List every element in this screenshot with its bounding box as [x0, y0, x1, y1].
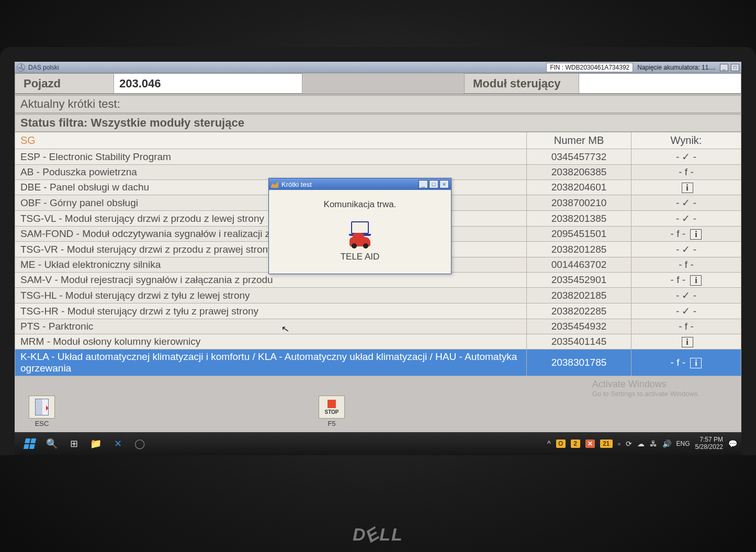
cell-result: - ✓ -	[631, 211, 741, 227]
mercedes-logo-icon	[17, 63, 25, 72]
tray-volume-icon[interactable]: 🔊	[662, 440, 671, 448]
info-icon[interactable]: i	[690, 275, 702, 286]
table-row[interactable]: K-KLA - Układ automatycznej klimatyzacji…	[15, 350, 741, 376]
search-icon[interactable]: 🔍	[41, 435, 63, 453]
app-title: DAS polski	[28, 64, 59, 71]
cell-sg: TSG-HL - Moduł sterujący drzwi z tyłu z …	[15, 288, 527, 303]
tray-x-icon[interactable]: ✕	[585, 440, 595, 448]
vehicle-value: 203.046	[114, 73, 302, 94]
cell-mb: 2035454932	[527, 319, 631, 334]
laptop-icon	[351, 221, 369, 234]
dell-brand-logo: DELL	[353, 524, 403, 545]
cell-mb: 2035401145	[527, 334, 631, 350]
cell-sg: K-KLA - Układ automatycznej klimatyzacji…	[15, 350, 527, 376]
cell-sg: MRM - Moduł osłony kolumny kierownicy	[15, 334, 527, 350]
info-icon[interactable]: i	[682, 337, 693, 347]
exit-icon	[35, 399, 49, 415]
info-icon[interactable]: i	[690, 229, 702, 240]
tray-network-icon[interactable]: 🖧	[650, 440, 657, 448]
cell-mb: 0345457732	[527, 149, 631, 165]
short-test-popup: Krótki test _ □ × Komunikacja trwa. TELE…	[268, 178, 452, 274]
cell-result: - f - i	[631, 350, 741, 376]
tray-number-21-icon[interactable]: 21	[600, 440, 613, 448]
table-row[interactable]: ESP - Electronic Stability Program034545…	[15, 149, 741, 165]
window-buttons: _ □	[719, 63, 739, 71]
tray-badge-icon[interactable]: O	[556, 440, 566, 448]
tray-clock[interactable]: 7:57 PM 5/28/2022	[695, 436, 723, 451]
module-label: Moduł sterujący	[464, 73, 579, 94]
filter-status: Status filtra: Wszystkie moduły sterując…	[15, 114, 741, 132]
stop-icon	[328, 400, 336, 408]
cell-result: - ✓ -	[631, 242, 741, 257]
minimize-button[interactable]: _	[720, 64, 728, 71]
esc-button[interactable]: ESC	[25, 396, 59, 427]
tray-notifications-icon[interactable]: 💬	[728, 440, 737, 448]
windows-taskbar[interactable]: 🔍 ⊞ 📁 ✕ ◯ ^ O 2 ✕ 21 ▫ ⟳ ☁ 🖧 🔊 ENG	[15, 432, 741, 455]
popup-message: Komunikacja trwa.	[274, 199, 446, 210]
cell-mb: 2038204601	[527, 180, 631, 195]
col-result: Wynik:	[631, 132, 741, 149]
tray-language[interactable]: ENG	[676, 440, 690, 447]
car-icon	[349, 237, 370, 246]
battery-voltage: Napięcie akumulatora: 11....	[637, 64, 715, 71]
file-explorer-icon[interactable]: 📁	[85, 435, 107, 453]
cell-mb: 2038301785	[527, 350, 631, 376]
test-header: Aktualny krótki test:	[15, 95, 741, 113]
tray-number-2-icon[interactable]: 2	[571, 440, 580, 448]
cell-mb: 0014463702	[527, 257, 631, 273]
cell-result: - f -	[631, 319, 741, 334]
popup-module-name: TELE AID	[274, 252, 446, 262]
info-icon[interactable]: i	[690, 358, 702, 368]
vehicle-label: Pojazd	[15, 73, 114, 94]
table-row[interactable]: TSG-HR - Moduł sterujący drzwi z tyłu z …	[15, 303, 741, 319]
cell-mb: 2095451501	[527, 227, 631, 242]
popup-close-button[interactable]: ×	[439, 180, 449, 188]
cell-result: - ✓ -	[631, 149, 741, 165]
fin-display: FIN : WDB2030461A734392	[546, 63, 633, 72]
das-icon[interactable]: ◯	[129, 435, 151, 453]
table-row[interactable]: PTS - Parktronic2035454932- f -	[15, 319, 741, 334]
cell-mb: 2035452901	[527, 273, 631, 288]
cell-mb: 2038201385	[527, 211, 631, 227]
stop-button[interactable]: STOP F5	[315, 396, 348, 427]
cell-result: i	[631, 180, 741, 195]
tray-cloud-icon[interactable]: ☁	[637, 440, 645, 448]
start-button[interactable]	[19, 435, 41, 453]
table-row[interactable]: TSG-HL - Moduł sterujący drzwi z tyłu z …	[15, 288, 741, 303]
cell-mb: 2038201285	[527, 242, 631, 257]
table-row[interactable]: SAM-V - Moduł rejestracji sygnałów i zał…	[15, 273, 741, 288]
cell-result: - ✓ -	[631, 303, 741, 319]
cell-result: i	[631, 334, 741, 350]
cell-sg: ESP - Electronic Stability Program	[15, 149, 527, 165]
popup-maximize-button[interactable]: □	[429, 180, 438, 188]
task-view-icon[interactable]: ⊞	[63, 435, 85, 453]
cell-result: - f - i	[631, 227, 741, 242]
table-row[interactable]: MRM - Moduł osłony kolumny kierownicy203…	[15, 334, 741, 350]
cell-result: - f -	[631, 165, 741, 180]
xentry-icon[interactable]: ✕	[107, 435, 129, 453]
cell-mb: 2038700210	[527, 195, 631, 211]
cell-mb: 2038202185	[527, 288, 631, 303]
cell-result: - ✓ -	[631, 195, 741, 211]
popup-app-icon	[271, 181, 278, 188]
cell-result: - f -	[631, 257, 741, 273]
window-titlebar: DAS polski FIN : WDB2030461A734392 Napię…	[15, 62, 741, 73]
cell-mb: 2038202285	[527, 303, 631, 319]
tray-sync-icon[interactable]: ⟳	[626, 440, 632, 448]
info-icon[interactable]: i	[682, 183, 693, 193]
tray-chevron-up-icon[interactable]: ^	[547, 440, 551, 448]
popup-minimize-button[interactable]: _	[419, 180, 428, 188]
cell-sg: TSG-HR - Moduł sterujący drzwi z tyłu z …	[15, 303, 527, 319]
cell-mb: 2038206385	[527, 165, 631, 180]
cell-result: - ✓ -	[631, 288, 741, 303]
module-value	[579, 73, 741, 94]
cell-result: - f - i	[631, 273, 741, 288]
tray-app-icon[interactable]: ▫	[618, 440, 620, 448]
popup-titlebar[interactable]: Krótki test _ □ ×	[269, 178, 451, 190]
col-sg: SG	[15, 132, 527, 149]
cell-sg: SAM-V - Moduł rejestracji sygnałów i zał…	[15, 273, 527, 288]
col-mb: Numer MB	[527, 132, 631, 149]
cell-sg: PTS - Parktronic	[15, 319, 527, 334]
popup-title: Krótki test	[281, 181, 312, 188]
maximize-button[interactable]: □	[731, 64, 739, 71]
